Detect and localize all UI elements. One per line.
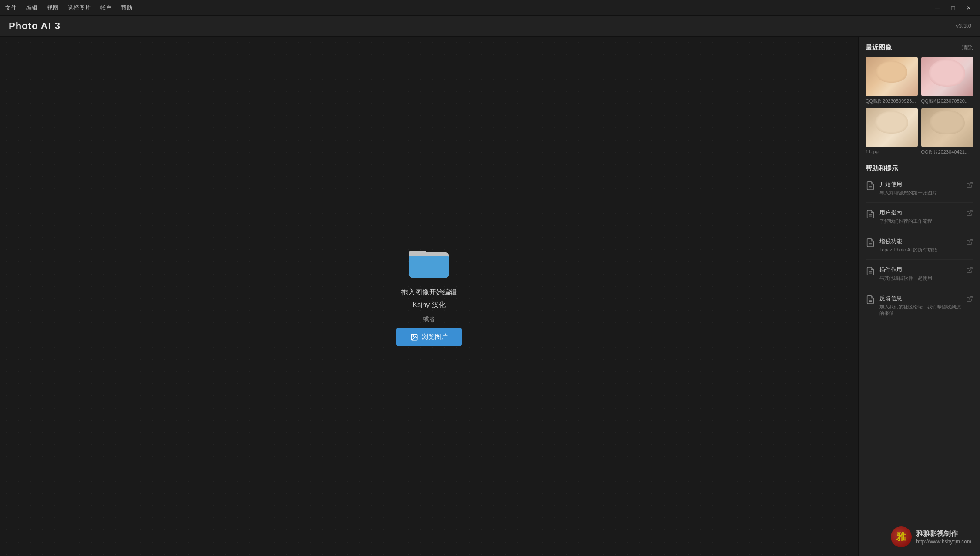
menu-item-file[interactable]: 文件 (5, 4, 17, 12)
recent-image-item-2[interactable]: 11.jpg (866, 108, 918, 155)
app-title-group: Photo AI 3 (9, 20, 60, 32)
help-content-plugin-usage: 插件作用与其他编辑软件一起使用 (879, 266, 962, 281)
recent-thumb-3 (921, 108, 973, 147)
browse-btn-label: 浏览图片 (422, 333, 448, 341)
external-link-icon-plugin-usage (966, 267, 973, 274)
app-version: v3.3.0 (956, 23, 971, 29)
recent-label-3: QQ图片2023040421... (921, 149, 973, 155)
svg-line-13 (969, 268, 972, 271)
recent-header: 最近图像 清除 (866, 44, 973, 52)
doc-icon-enhanced-features (866, 238, 875, 248)
menu-item-edit[interactable]: 编辑 (26, 4, 37, 12)
help-item-getting-started[interactable]: 开始使用导入并增强您的第一张图片 (866, 174, 973, 203)
doc-icon-feedback (866, 295, 875, 305)
svg-point-1 (413, 335, 413, 336)
recent-image-item-1[interactable]: QQ截图2023070820... (921, 57, 973, 104)
help-item-desc-getting-started: 导入并增强您的第一张图片 (879, 190, 962, 196)
external-link-icon-user-guide (966, 210, 973, 217)
help-item-desc-enhanced-features: Topaz Photo AI 的所有功能 (879, 247, 962, 253)
main-layout: 拖入图像开始编辑 Ksjhy 汉化 或者 浏览图片 最近图像 清除 QQ截图20… (0, 37, 980, 556)
or-text: 或者 (423, 315, 435, 323)
menu-bar: 文件编辑视图选择图片帐户帮助 (5, 4, 132, 12)
drop-text: 拖入图像开始编辑 Ksjhy 汉化 (401, 286, 457, 311)
help-item-desc-plugin-usage: 与其他编辑软件一起使用 (879, 275, 962, 281)
help-content-getting-started: 开始使用导入并增强您的第一张图片 (879, 181, 962, 196)
recent-thumb-2 (866, 108, 918, 147)
svg-line-7 (969, 211, 972, 214)
menu-item-view[interactable]: 视图 (47, 4, 58, 12)
help-item-title-user-guide: 用户指南 (879, 209, 962, 217)
help-item-title-getting-started: 开始使用 (879, 181, 962, 188)
recent-section: 最近图像 清除 QQ截图20230509923...QQ截图2023070820… (859, 37, 980, 159)
app-title-text: Photo AI (9, 20, 51, 32)
watermark-logo: 雅 (891, 526, 912, 547)
drop-line2: Ksjhy 汉化 (401, 299, 457, 311)
recent-thumb-1 (921, 57, 973, 96)
help-item-title-enhanced-features: 增强功能 (879, 238, 962, 245)
help-item-enhanced-features[interactable]: 增强功能Topaz Photo AI 的所有功能 (866, 231, 973, 260)
help-content-feedback: 反馈信息加入我们的社区论坛，我们希望收到您的来信 (879, 295, 962, 317)
help-item-plugin-usage[interactable]: 插件作用与其他编辑软件一起使用 (866, 260, 973, 288)
recent-grid: QQ截图20230509923...QQ截图2023070820...11.jp… (866, 57, 973, 155)
folder-front (409, 256, 449, 278)
doc-icon-getting-started (866, 181, 875, 191)
recent-label-2: 11.jpg (866, 149, 918, 154)
recent-image-item-3[interactable]: QQ图片2023040421... (921, 108, 973, 155)
doc-icon-plugin-usage (866, 266, 875, 276)
image-icon (410, 333, 418, 341)
watermark: 雅 雅雅影视制作 http://www.hshyqm.com (891, 526, 971, 547)
svg-line-16 (969, 296, 972, 299)
help-item-user-guide[interactable]: 用户指南了解我们推荐的工作流程 (866, 203, 973, 231)
external-link-icon-enhanced-features (966, 238, 973, 245)
watermark-text: 雅雅影视制作 http://www.hshyqm.com (916, 529, 971, 545)
watermark-url: http://www.hshyqm.com (916, 539, 971, 545)
app-title-version-num: 3 (55, 20, 60, 32)
recent-label-0: QQ截图20230509923... (866, 98, 918, 104)
help-list: 开始使用导入并增强您的第一张图片用户指南了解我们推荐的工作流程增强功能Topaz… (866, 174, 973, 323)
menu-item-select_image[interactable]: 选择图片 (68, 4, 91, 12)
right-sidebar: 最近图像 清除 QQ截图20230509923...QQ截图2023070820… (858, 37, 980, 556)
browse-button[interactable]: 浏览图片 (396, 328, 462, 346)
help-item-feedback[interactable]: 反馈信息加入我们的社区论坛，我们希望收到您的来信 (866, 288, 973, 323)
recent-image-item-0[interactable]: QQ截图20230509923... (866, 57, 918, 104)
recent-title: 最近图像 (866, 44, 892, 52)
menu-item-account[interactable]: 帐户 (100, 4, 111, 12)
help-title: 帮助和提示 (866, 164, 973, 173)
help-content-user-guide: 用户指南了解我们推荐的工作流程 (879, 209, 962, 224)
external-link-icon-feedback (966, 295, 973, 302)
svg-line-4 (969, 182, 972, 185)
help-content-enhanced-features: 增强功能Topaz Photo AI 的所有功能 (879, 238, 962, 253)
drop-area[interactable]: 拖入图像开始编辑 Ksjhy 汉化 或者 浏览图片 (0, 37, 858, 556)
help-item-desc-user-guide: 了解我们推荐的工作流程 (879, 218, 962, 224)
title-bar: 文件编辑视图选择图片帐户帮助 ─ □ ✕ (0, 0, 980, 16)
clear-recent-button[interactable]: 清除 (962, 44, 973, 52)
recent-label-1: QQ截图2023070820... (921, 98, 973, 104)
app-header: Photo AI 3 v3.3.0 (0, 16, 980, 37)
doc-icon-user-guide (866, 209, 875, 219)
recent-thumb-0 (866, 57, 918, 96)
help-section: 帮助和提示 开始使用导入并增强您的第一张图片用户指南了解我们推荐的工作流程增强功… (859, 159, 980, 328)
window-controls: ─ □ ✕ (931, 3, 975, 13)
svg-line-10 (969, 239, 972, 242)
help-item-title-plugin-usage: 插件作用 (879, 266, 962, 274)
maximize-button[interactable]: □ (947, 3, 959, 13)
menu-item-help[interactable]: 帮助 (121, 4, 132, 12)
watermark-name: 雅雅影视制作 (916, 529, 971, 539)
folder-icon (409, 246, 449, 278)
minimize-button[interactable]: ─ (931, 3, 943, 13)
help-item-desc-feedback: 加入我们的社区论坛，我们希望收到您的来信 (879, 304, 962, 317)
close-button[interactable]: ✕ (963, 3, 975, 13)
drop-line1: 拖入图像开始编辑 (401, 286, 457, 299)
external-link-icon-getting-started (966, 181, 973, 188)
help-item-title-feedback: 反馈信息 (879, 295, 962, 302)
